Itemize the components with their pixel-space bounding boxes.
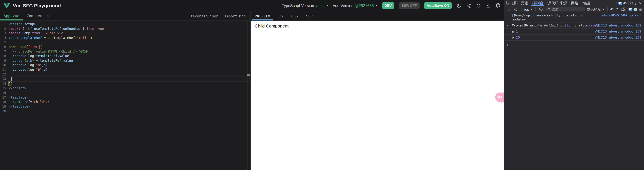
output-tab-js[interactable]: JS <box>274 11 287 20</box>
chevron-down-icon: ▼ <box>375 4 378 7</box>
devtools-settings-gear-icon[interactable]: ⚙ <box>629 1 633 5</box>
typescript-version-select[interactable]: TypeScript Version latest ▼ <box>282 3 328 7</box>
code-line-14[interactable]: 14}) <box>0 81 250 86</box>
source-location-link[interactable]: VM2713 about:srcdoc:159 <box>595 29 641 33</box>
code-line-19[interactable]: 19</template> <box>0 104 250 109</box>
expand-arrow-icon[interactable]: ▶ <box>507 24 508 28</box>
code-text: const templateRef = useTemplateRef("chil… <box>9 36 92 40</box>
autosave-toggle-button[interactable]: AutoSave ON <box>424 2 452 9</box>
ssr-toggle-button[interactable]: SSR OFF <box>399 2 420 9</box>
code-line-10[interactable]: 10 console.log("a",a) <box>0 63 250 67</box>
indent-guide <box>12 49 12 81</box>
code-line-7[interactable]: 7 // childRef.value 将持有 <Child /> 的实例 <box>0 49 250 54</box>
chevron-down-icon: ▼ <box>530 8 532 10</box>
playground-column: Vue SFC Playground TypeScript Version la… <box>0 0 504 170</box>
clear-console-icon[interactable] <box>513 7 518 12</box>
download-icon[interactable] <box>486 3 491 8</box>
translate-button[interactable]: 中A <box>495 92 504 102</box>
console-filter-input[interactable]: 过滤 <box>545 7 585 11</box>
console-message-row[interactable]: ▶Proxy(Object) {a: RefImpl, b: 20, __v_s… <box>504 22 644 28</box>
code-line-1[interactable]: 1<script setup> <box>0 22 250 26</box>
filter-funnel-icon <box>547 8 550 11</box>
file-tab-label: Comp.vue <box>27 14 44 18</box>
console-messages: [@vue/repl] successfully compiled 2 modu… <box>504 12 644 170</box>
code-text: <template> <box>9 95 28 100</box>
devtools-tab[interactable]: 元素 <box>519 0 530 6</box>
issues-button[interactable]: 45 <box>618 1 627 5</box>
live-expression-eye-icon[interactable] <box>538 7 544 12</box>
source-location-link[interactable]: VM2713 about:srcdoc:159 <box>595 35 641 39</box>
code-line-8[interactable]: 8 console.log(templateRef.value) <box>0 54 250 58</box>
console-message-row[interactable]: [@vue/repl] successfully compiled 2 modu… <box>504 12 644 22</box>
issues-summary-button[interactable]: 45 <box>628 7 637 11</box>
code-line-18[interactable]: 18 <Comp ref="child"/> <box>0 100 250 104</box>
code-line-9[interactable]: 9 const {a,b} = templateRef.value <box>0 58 250 63</box>
context-selector[interactable]: top ▼ <box>524 7 532 11</box>
devtools-menu-kebab-icon[interactable]: ⋮ <box>633 1 638 5</box>
source-location-link[interactable]: VM2713 about:srcdoc:159 <box>595 23 641 27</box>
code-editor[interactable]: 1<script setup>2import { ref,useTemplate… <box>0 21 250 170</box>
import-map-link[interactable]: Import Map <box>224 14 246 18</box>
console-message-row[interactable]: b 20VM2713 about:srcdoc:159 <box>504 35 644 41</box>
line-number: 19 <box>0 104 9 109</box>
code-line-20[interactable]: 20 <box>0 109 250 113</box>
vue-version-select[interactable]: Vue Version @2921685 ▼ <box>333 3 378 7</box>
moon-icon[interactable] <box>456 3 462 8</box>
device-toolbar-icon[interactable] <box>511 0 516 5</box>
console-sidebar-icon[interactable] <box>506 7 512 12</box>
code-text: console.log("b",b) <box>9 67 48 72</box>
code-text: </template> <box>9 104 30 109</box>
console-message-row[interactable]: a 1VM2713 about:srcdoc:159 <box>504 28 644 35</box>
vue-version-label: Vue Version <box>333 3 354 7</box>
output-tab-preview[interactable]: PREVIEW <box>251 11 274 20</box>
github-icon[interactable] <box>495 3 501 8</box>
devtools-tab[interactable]: 网络 <box>569 0 580 6</box>
code-text: onMounted(() => { <box>9 45 42 49</box>
source-location-link[interactable]: index-DPwSt50A.js:663 <box>599 13 641 17</box>
scroll-cursor-marker[interactable] <box>247 75 250 76</box>
code-line-5[interactable]: 5 <box>0 40 250 45</box>
output-tab-ssr[interactable]: SSR <box>302 11 317 20</box>
code-line-6[interactable]: 6onMounted(() => { <box>0 45 250 49</box>
file-tab-app-vue[interactable]: App.vue <box>0 11 23 20</box>
code-line-15[interactable]: 15</script> <box>0 86 250 90</box>
console-settings-gear-icon[interactable]: ⚙ <box>638 7 642 11</box>
preview-iframe[interactable]: Child Component 中A <box>251 21 504 170</box>
code-text: // childRef.value 将持有 <Child /> 的实例 <box>9 49 88 54</box>
code-text: }) <box>9 81 12 86</box>
ts-version-label: TypeScript Version <box>282 3 314 7</box>
console-prompt[interactable]: › <box>504 41 644 47</box>
output-tab-css[interactable]: CSS <box>287 11 302 20</box>
tsconfig-link[interactable]: tsconfig.json <box>190 14 218 18</box>
console-toolbar: top ▼ 过滤 默认级别 ▼ 45 个问题: 45 ⚙ <box>504 6 644 12</box>
reload-icon[interactable] <box>476 3 481 8</box>
devtools-tabbar: 元素控制台源代码/来源网络性能 » 45 ⚙ ⋮ × <box>504 0 644 6</box>
line-number: 5 <box>0 40 9 45</box>
code-text: console.log("a",a) <box>9 63 48 67</box>
close-tab-icon[interactable]: × <box>46 14 49 18</box>
add-file-button[interactable]: + <box>52 11 62 20</box>
more-tabs-button[interactable]: » <box>614 1 618 5</box>
devtools-close-icon[interactable]: × <box>638 0 643 5</box>
code-line-13[interactable]: 13 <box>0 76 250 81</box>
code-line-3[interactable]: 3import Comp from './Comp.vue'; <box>0 31 250 35</box>
issues-summary-label: 45 个问题: <box>610 7 627 11</box>
devtools-panel: 元素控制台源代码/来源网络性能 » 45 ⚙ ⋮ × top ▼ <box>504 0 644 170</box>
devtools-tab[interactable]: 源代码/来源 <box>546 0 569 6</box>
dev-toggle-button[interactable]: DEV <box>382 2 394 9</box>
code-line-12[interactable]: 12 <box>0 72 250 77</box>
share-icon[interactable] <box>466 3 472 8</box>
code-line-17[interactable]: 17<template> <box>0 95 250 100</box>
devtools-tab[interactable]: 控制台 <box>530 0 546 6</box>
code-text: import Comp from './Comp.vue'; <box>9 31 67 35</box>
file-tab-comp-vue[interactable]: Comp.vue× <box>23 11 52 20</box>
app-header: Vue SFC Playground TypeScript Version la… <box>0 0 504 11</box>
log-levels-selector[interactable]: 默认级别 ▼ <box>587 7 604 11</box>
code-line-11[interactable]: 11 console.log("b",b) <box>0 67 250 72</box>
code-line-2[interactable]: 2import { ref,useTemplateRef,onMounted }… <box>0 26 250 31</box>
code-line-4[interactable]: 4const templateRef = useTemplateRef("chi… <box>0 36 250 40</box>
devtools-tab[interactable]: 性能 <box>580 0 592 6</box>
code-line-16[interactable]: 16 <box>0 90 250 95</box>
inspect-icon[interactable] <box>506 0 511 5</box>
main-split: App.vueComp.vue× + tsconfig.json Import … <box>0 11 504 170</box>
